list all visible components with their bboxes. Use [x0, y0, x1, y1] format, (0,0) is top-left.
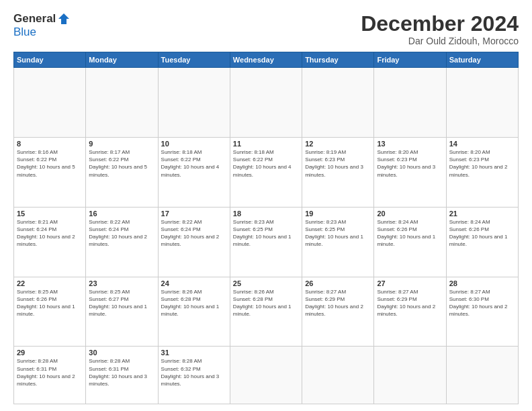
- calendar-header-saturday: Saturday: [446, 52, 518, 68]
- calendar-cell: [446, 347, 518, 404]
- day-info: Sunrise: 8:27 AM Sunset: 6:29 PM Dayligh…: [377, 288, 443, 318]
- day-info: Sunrise: 8:19 AM Sunset: 6:23 PM Dayligh…: [305, 148, 371, 179]
- day-number: 20: [377, 210, 443, 218]
- calendar-header-monday: Monday: [86, 52, 158, 68]
- calendar-cell: 29Sunrise: 8:28 AM Sunset: 6:31 PM Dayli…: [14, 347, 86, 404]
- calendar-table: SundayMondayTuesdayWednesdayThursdayFrid…: [13, 52, 519, 404]
- day-info: Sunrise: 8:17 AM Sunset: 6:22 PM Dayligh…: [89, 148, 154, 179]
- calendar-cell: 11Sunrise: 8:18 AM Sunset: 6:22 PM Dayli…: [230, 138, 302, 208]
- day-number: 8: [17, 140, 83, 148]
- logo-text: General: [13, 12, 71, 26]
- calendar-week-row: [14, 68, 519, 138]
- calendar-cell: 8Sunrise: 8:16 AM Sunset: 6:22 PM Daylig…: [14, 138, 86, 208]
- day-info: Sunrise: 8:24 AM Sunset: 6:26 PM Dayligh…: [377, 218, 443, 248]
- calendar-header-tuesday: Tuesday: [158, 52, 230, 68]
- day-info: Sunrise: 8:24 AM Sunset: 6:26 PM Dayligh…: [449, 218, 515, 248]
- logo-blue: Blue: [13, 26, 36, 38]
- day-info: Sunrise: 8:27 AM Sunset: 6:30 PM Dayligh…: [449, 288, 515, 318]
- day-info: Sunrise: 8:22 AM Sunset: 6:24 PM Dayligh…: [161, 218, 227, 248]
- day-number: 26: [305, 279, 371, 287]
- calendar-cell: 12Sunrise: 8:19 AM Sunset: 6:23 PM Dayli…: [302, 138, 374, 208]
- day-info: Sunrise: 8:21 AM Sunset: 6:24 PM Dayligh…: [17, 218, 83, 248]
- calendar-header-friday: Friday: [374, 52, 446, 68]
- calendar-cell: [86, 68, 158, 138]
- day-number: 24: [161, 279, 227, 287]
- calendar-cell: 16Sunrise: 8:22 AM Sunset: 6:24 PM Dayli…: [86, 207, 158, 277]
- calendar-cell: 19Sunrise: 8:23 AM Sunset: 6:25 PM Dayli…: [302, 207, 374, 277]
- calendar-cell: [14, 68, 86, 138]
- calendar-week-row: 22Sunrise: 8:25 AM Sunset: 6:26 PM Dayli…: [14, 277, 519, 347]
- calendar-cell: [230, 68, 302, 138]
- calendar-cell: [302, 68, 374, 138]
- calendar-cell: [446, 68, 518, 138]
- calendar-header-thursday: Thursday: [302, 52, 374, 68]
- logo-general: General: [13, 12, 56, 26]
- day-number: 19: [305, 210, 371, 218]
- page: General Blue December 2024 Dar Ould Zido…: [0, 0, 532, 411]
- day-info: Sunrise: 8:26 AM Sunset: 6:28 PM Dayligh…: [233, 288, 299, 318]
- day-number: 16: [89, 210, 154, 218]
- day-number: 15: [17, 210, 83, 218]
- day-number: 14: [449, 140, 515, 148]
- calendar-cell: 27Sunrise: 8:27 AM Sunset: 6:29 PM Dayli…: [374, 277, 446, 347]
- calendar-cell: [374, 68, 446, 138]
- day-info: Sunrise: 8:25 AM Sunset: 6:26 PM Dayligh…: [17, 288, 83, 318]
- calendar-header-row: SundayMondayTuesdayWednesdayThursdayFrid…: [14, 52, 519, 68]
- calendar-cell: 25Sunrise: 8:26 AM Sunset: 6:28 PM Dayli…: [230, 277, 302, 347]
- title-section: December 2024 Dar Ould Zidouh, Morocco: [361, 12, 519, 46]
- calendar-cell: 31Sunrise: 8:28 AM Sunset: 6:32 PM Dayli…: [158, 347, 230, 404]
- day-number: 22: [17, 279, 83, 287]
- logo: General Blue: [13, 12, 71, 39]
- calendar-cell: 18Sunrise: 8:23 AM Sunset: 6:25 PM Dayli…: [230, 207, 302, 277]
- calendar-header-sunday: Sunday: [14, 52, 86, 68]
- day-number: 12: [305, 140, 371, 148]
- calendar-cell: 13Sunrise: 8:20 AM Sunset: 6:23 PM Dayli…: [374, 138, 446, 208]
- day-number: 18: [233, 210, 299, 218]
- day-info: Sunrise: 8:26 AM Sunset: 6:28 PM Dayligh…: [161, 288, 227, 318]
- logo-icon: [57, 12, 71, 26]
- day-info: Sunrise: 8:18 AM Sunset: 6:22 PM Dayligh…: [233, 148, 299, 179]
- calendar-week-row: 29Sunrise: 8:28 AM Sunset: 6:31 PM Dayli…: [14, 347, 519, 404]
- calendar-cell: 10Sunrise: 8:18 AM Sunset: 6:22 PM Dayli…: [158, 138, 230, 208]
- location: Dar Ould Zidouh, Morocco: [361, 36, 519, 46]
- day-number: 9: [89, 140, 154, 148]
- calendar-cell: [302, 347, 374, 404]
- day-number: 11: [233, 140, 299, 148]
- calendar-cell: 14Sunrise: 8:20 AM Sunset: 6:23 PM Dayli…: [446, 138, 518, 208]
- day-number: 21: [449, 210, 515, 218]
- calendar-cell: 26Sunrise: 8:27 AM Sunset: 6:29 PM Dayli…: [302, 277, 374, 347]
- calendar-cell: 28Sunrise: 8:27 AM Sunset: 6:30 PM Dayli…: [446, 277, 518, 347]
- day-info: Sunrise: 8:28 AM Sunset: 6:32 PM Dayligh…: [161, 357, 227, 387]
- calendar-cell: [374, 347, 446, 404]
- day-info: Sunrise: 8:20 AM Sunset: 6:23 PM Dayligh…: [377, 148, 443, 179]
- day-number: 31: [161, 349, 227, 357]
- day-number: 17: [161, 210, 227, 218]
- day-number: 27: [377, 279, 443, 287]
- day-number: 29: [17, 349, 83, 357]
- calendar-cell: [158, 68, 230, 138]
- day-info: Sunrise: 8:25 AM Sunset: 6:27 PM Dayligh…: [89, 288, 154, 318]
- calendar-cell: 22Sunrise: 8:25 AM Sunset: 6:26 PM Dayli…: [14, 277, 86, 347]
- calendar-header-wednesday: Wednesday: [230, 52, 302, 68]
- day-info: Sunrise: 8:23 AM Sunset: 6:25 PM Dayligh…: [233, 218, 299, 248]
- day-number: 10: [161, 140, 227, 148]
- calendar-week-row: 8Sunrise: 8:16 AM Sunset: 6:22 PM Daylig…: [14, 138, 519, 208]
- day-info: Sunrise: 8:23 AM Sunset: 6:25 PM Dayligh…: [305, 218, 371, 248]
- day-info: Sunrise: 8:28 AM Sunset: 6:31 PM Dayligh…: [17, 357, 83, 387]
- calendar-cell: 23Sunrise: 8:25 AM Sunset: 6:27 PM Dayli…: [86, 277, 158, 347]
- day-number: 25: [233, 279, 299, 287]
- day-number: 13: [377, 140, 443, 148]
- day-info: Sunrise: 8:16 AM Sunset: 6:22 PM Dayligh…: [17, 148, 83, 179]
- day-info: Sunrise: 8:18 AM Sunset: 6:22 PM Dayligh…: [161, 148, 227, 179]
- calendar-cell: 24Sunrise: 8:26 AM Sunset: 6:28 PM Dayli…: [158, 277, 230, 347]
- calendar-cell: 17Sunrise: 8:22 AM Sunset: 6:24 PM Dayli…: [158, 207, 230, 277]
- calendar-cell: [230, 347, 302, 404]
- calendar-cell: 30Sunrise: 8:28 AM Sunset: 6:31 PM Dayli…: [86, 347, 158, 404]
- calendar-cell: 20Sunrise: 8:24 AM Sunset: 6:26 PM Dayli…: [374, 207, 446, 277]
- day-info: Sunrise: 8:28 AM Sunset: 6:31 PM Dayligh…: [89, 357, 154, 387]
- month-title: December 2024: [361, 12, 519, 36]
- svg-marker-0: [58, 13, 69, 24]
- day-info: Sunrise: 8:20 AM Sunset: 6:23 PM Dayligh…: [449, 148, 515, 179]
- day-info: Sunrise: 8:22 AM Sunset: 6:24 PM Dayligh…: [89, 218, 154, 248]
- header: General Blue December 2024 Dar Ould Zido…: [13, 12, 519, 46]
